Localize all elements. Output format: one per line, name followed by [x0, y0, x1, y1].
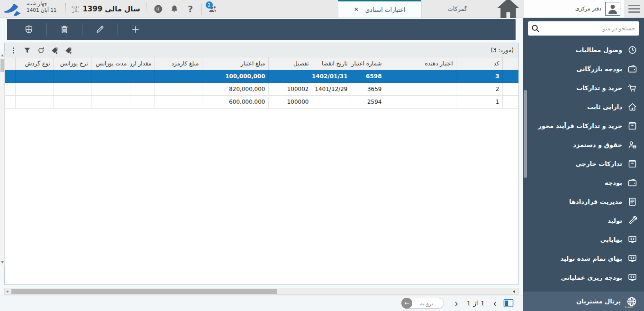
wallet-icon	[627, 64, 637, 74]
add-button[interactable]	[123, 25, 148, 34]
column-header[interactable]	[513, 57, 518, 70]
sidebar-item[interactable]: خرید و تدارکات فرآیند محور	[523, 116, 644, 135]
notifications-button[interactable]	[166, 0, 182, 18]
office-selector[interactable]: دفتر مرکزی	[523, 0, 624, 18]
sidebar-item[interactable]: دارایی ثابت	[523, 97, 644, 116]
delete-button[interactable]	[52, 25, 77, 34]
home-button[interactable]	[493, 0, 523, 18]
top-bar: دفتر مرکزی گمرکات اعتبارات اسنادی ✕ 2 ? …	[0, 0, 644, 18]
scroll-right-icon[interactable]	[7, 290, 9, 293]
table-cell-filler	[5, 95, 16, 108]
avatar[interactable]	[605, 2, 620, 16]
table-cell	[154, 95, 202, 108]
current-date: چهار شنبه11 آبان 1401	[25, 0, 62, 18]
help-button[interactable]: ?	[182, 0, 199, 18]
table-row[interactable]: 365981402/01/31100,000,000	[5, 70, 519, 82]
table-cell-filler	[5, 82, 16, 95]
sidebar-item-label: وصول مطالبات	[576, 46, 622, 54]
edit-button[interactable]	[88, 25, 112, 34]
column-header[interactable]: مدت یوزانس	[91, 57, 130, 70]
home-outline-icon	[627, 102, 637, 112]
card-view-toggle-icon[interactable]	[503, 299, 514, 308]
refresh-icon[interactable]	[36, 46, 45, 55]
close-tab-icon[interactable]: ✕	[354, 6, 359, 13]
goto-page-button[interactable]: ←	[401, 298, 412, 309]
goto-page-input[interactable]: برو به ←	[401, 298, 444, 309]
table-row[interactable]: 12594100000600,000,000	[5, 95, 519, 108]
vertical-scrollbar[interactable]	[0, 52, 5, 265]
horizontal-scrollbar-thumb[interactable]	[11, 289, 277, 294]
sidebar-item[interactable]: بهایابی	[523, 230, 644, 249]
main-area: (مورد: 3) کداعتبار دهندهشماره اعتبارتاری…	[0, 18, 523, 311]
command-toolbar	[7, 19, 516, 40]
filter-icon[interactable]	[22, 46, 32, 55]
table-cell: 1	[456, 95, 502, 108]
hamburger-menu-icon[interactable]	[624, 0, 644, 18]
column-header[interactable]	[502, 57, 513, 70]
kebab-icon[interactable]	[9, 46, 18, 55]
table-cell: 1402/01/31	[312, 70, 351, 82]
fiscal-year-selector[interactable]: سال مالی 1399 دورهمالی	[70, 0, 142, 18]
table-cell	[502, 82, 513, 95]
sidebar-item[interactable]: بودجه ریزی عملیاتی	[523, 268, 644, 287]
sidebar-item[interactable]: بهای تمام شده تولید	[523, 249, 644, 268]
table-cell	[53, 95, 91, 108]
permissions-button[interactable]	[17, 25, 41, 34]
tag-filter-icon[interactable]	[63, 46, 73, 55]
sidebar-item[interactable]: حقوق و دستمزد	[523, 135, 644, 154]
sidebar-item-label: حقوق و دستمزد	[573, 141, 622, 148]
sidebar-item-label: خرید و تدارکات فرآیند محور	[538, 122, 622, 129]
table-row[interactable]: 236591401/12/29100002820,000,000	[5, 82, 519, 95]
table-cell-filler	[5, 70, 16, 82]
clock-icon	[627, 45, 637, 55]
column-header[interactable]: نرخ یوزانس	[53, 57, 91, 70]
sidebar-item[interactable]: مدیریت قراردادها	[523, 192, 644, 211]
vertical-scrollbar-thumb[interactable]	[0, 59, 4, 72]
pencil-icon	[95, 25, 105, 34]
column-header[interactable]: شماره اعتبار	[351, 57, 385, 70]
settings-button[interactable]	[150, 0, 166, 18]
column-header[interactable]: نوع گردش	[15, 57, 53, 70]
column-header[interactable]: مقدار ارز	[130, 57, 154, 70]
search-input[interactable]	[528, 21, 639, 36]
sidebar-item[interactable]: بودجه	[523, 173, 644, 192]
divider	[46, 23, 47, 36]
sidebar-item[interactable]: وصول مطالبات	[523, 40, 644, 59]
sidebar-item-label: دارایی ثابت	[587, 103, 622, 110]
office-label: دفتر مرکزی	[575, 6, 601, 12]
app-logo	[0, 0, 25, 18]
column-header[interactable]: تفصیل	[268, 57, 312, 70]
sidebar-scrollbar-thumb[interactable]	[524, 90, 527, 178]
tag-plus-icon[interactable]	[50, 46, 59, 55]
tab-documentary-credits[interactable]: اعتبارات اسنادی ✕	[338, 0, 421, 18]
column-header[interactable]: تاریخ انقضا	[312, 57, 351, 70]
bell-icon	[170, 4, 179, 14]
horizontal-scrollbar[interactable]	[4, 288, 519, 295]
column-header[interactable]: مبلغ اعتبار	[202, 57, 268, 70]
table-cell	[130, 95, 154, 108]
next-page-icon[interactable]: ‹	[454, 298, 458, 309]
column-header[interactable]: مبلغ کارمزد	[154, 57, 202, 70]
shield-icon	[24, 25, 34, 34]
sidebar-item[interactable]: تدارکات خارجی	[523, 154, 644, 173]
topbar-spacer	[221, 0, 338, 18]
tab-customs[interactable]: گمرکات	[421, 0, 493, 18]
globe-icon: E-Care	[626, 296, 637, 307]
sidebar-item[interactable]: بودجه بازرگانی	[523, 59, 644, 78]
contract-icon	[627, 197, 637, 207]
sidebar-item-label: بهایابی	[600, 236, 622, 243]
scroll-down-icon[interactable]	[1, 261, 4, 264]
grid-toolbar: (مورد: 3)	[5, 43, 518, 57]
monitor-code-icon	[627, 273, 637, 283]
users-button[interactable]: 2	[205, 0, 221, 18]
column-header[interactable]: کد	[456, 57, 502, 70]
prev-page-icon[interactable]: ›	[493, 298, 497, 309]
table-cell	[513, 95, 518, 108]
scroll-left-icon[interactable]	[513, 290, 515, 293]
sidebar-item-label: بودجه	[605, 179, 622, 186]
scroll-up-icon[interactable]	[1, 54, 4, 56]
column-header[interactable]: اعتبار دهنده	[385, 57, 456, 70]
sidebar-item[interactable]: خرید و تدارکات	[523, 78, 644, 97]
sidebar-item[interactable]: تولید	[523, 211, 644, 230]
sidebar-item-customer-portal[interactable]: E-Care پرتال مشتریان	[523, 292, 644, 311]
